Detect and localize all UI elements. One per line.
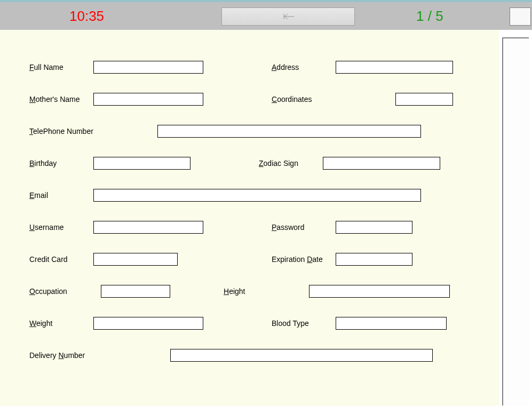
- delivery-number-input[interactable]: [170, 349, 433, 362]
- credit-card-label: Credit Card: [29, 255, 93, 264]
- coordinates-label: Coordinates: [272, 95, 395, 104]
- form-area: Full Name Address Mother's Name Coordina…: [0, 30, 499, 406]
- form-row: Birthday Zodiac Sign: [29, 147, 488, 179]
- side-panel: [502, 37, 529, 405]
- occupation-input[interactable]: [101, 285, 170, 298]
- zodiac-input[interactable]: [323, 157, 440, 170]
- form-row: Username Password: [29, 211, 488, 243]
- expiration-date-label: Expiration Date: [272, 255, 336, 264]
- weight-label: Weight: [29, 319, 93, 328]
- birthday-input[interactable]: [93, 157, 190, 170]
- mothers-name-input[interactable]: [93, 93, 203, 106]
- delivery-number-label: Delivery Number: [29, 351, 170, 360]
- full-name-label: Full Name: [29, 63, 93, 71]
- email-input[interactable]: [93, 189, 421, 202]
- blood-type-input[interactable]: [336, 317, 447, 330]
- form-row: Delivery Number: [29, 339, 488, 371]
- mothers-name-label: Mother's Name: [29, 95, 93, 104]
- form-row: Mother's Name Coordinates: [29, 83, 488, 115]
- coordinates-input[interactable]: [395, 93, 453, 106]
- username-input[interactable]: [93, 221, 203, 234]
- expiration-date-input[interactable]: [336, 253, 412, 266]
- back-button[interactable]: [221, 7, 355, 26]
- form-row: Full Name Address: [29, 51, 488, 83]
- credit-card-input[interactable]: [93, 253, 178, 266]
- birthday-label: Birthday: [29, 159, 93, 168]
- full-name-input[interactable]: [93, 61, 203, 74]
- height-label: Height: [224, 287, 309, 296]
- password-label: Password: [272, 223, 336, 232]
- toolbar: 10:35 1 / 5: [0, 2, 532, 30]
- right-toolbar-button[interactable]: [510, 7, 531, 26]
- address-label: Address: [272, 63, 336, 71]
- form-row: Weight Blood Type: [29, 307, 488, 339]
- blood-type-label: Blood Type: [272, 319, 336, 328]
- page-progress: 1 / 5: [416, 8, 443, 25]
- height-input[interactable]: [309, 285, 450, 298]
- timer-display: 10:35: [69, 8, 104, 25]
- zodiac-label: Zodiac Sign: [259, 159, 323, 168]
- form-row: Email: [29, 179, 488, 211]
- telephone-input[interactable]: [157, 125, 421, 138]
- weight-input[interactable]: [93, 317, 203, 330]
- password-input[interactable]: [336, 221, 412, 234]
- content-wrap: Full Name Address Mother's Name Coordina…: [0, 30, 532, 406]
- username-label: Username: [29, 223, 93, 232]
- address-input[interactable]: [336, 61, 453, 74]
- form-row: Occupation Height: [29, 275, 488, 307]
- occupation-label: Occupation: [29, 287, 101, 296]
- form-row: TelePhone Number: [29, 115, 488, 147]
- email-label: Email: [29, 191, 93, 200]
- back-arrow-icon: [282, 13, 294, 20]
- telephone-label: TelePhone Number: [29, 127, 157, 136]
- form-row: Credit Card Expiration Date: [29, 243, 488, 275]
